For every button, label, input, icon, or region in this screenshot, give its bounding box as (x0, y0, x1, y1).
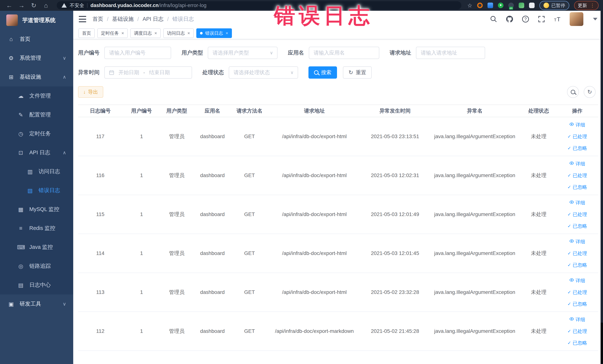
select-chevron-icon: ∨ (290, 70, 294, 75)
address-bar[interactable]: 不安全 dashboard.yudao.iocoder.cn/infra/log… (57, 1, 461, 10)
action-ignored[interactable]: ✓已忽略 (568, 340, 587, 346)
collapse-sidebar-icon[interactable] (79, 16, 86, 22)
export-button[interactable]: ↓ 导出 (78, 86, 103, 98)
action-processed[interactable]: ✓已处理 (568, 328, 587, 335)
action-detail[interactable]: 详细 (569, 277, 585, 284)
bookmark-star-icon[interactable]: ☆ (467, 2, 472, 9)
sidebar-item-label: 链路追踪 (29, 262, 51, 270)
tab-close-icon[interactable]: × (121, 31, 124, 36)
action-ignored[interactable]: ✓已忽略 (568, 145, 587, 152)
sidebar-item-9[interactable]: ▦MySQL 监控 (0, 200, 73, 219)
breadcrumb-item-1[interactable]: 基础设施 (112, 15, 134, 23)
action-processed[interactable]: ✓已处理 (568, 211, 587, 218)
trace-icon: ◎ (17, 263, 24, 270)
emoji-face-icon (544, 3, 549, 8)
sidebar-item-5[interactable]: ◷定时任务 (0, 124, 73, 143)
tab-close-icon[interactable]: × (226, 31, 228, 36)
search-button[interactable]: 搜索 (308, 66, 337, 79)
extension-check-icon[interactable] (498, 3, 503, 8)
tab-label: 错误日志 (205, 30, 223, 36)
user-menu-caret-icon[interactable] (593, 18, 597, 20)
refresh-table-button[interactable]: ↻ (584, 86, 596, 98)
date-end-placeholder[interactable]: 结束日期 (149, 69, 170, 76)
extension-orange-icon[interactable] (477, 3, 483, 8)
sidebar-item-7[interactable]: ▥访问日志 (0, 162, 73, 181)
sidebar-item-13[interactable]: ▤日志中心 (0, 276, 73, 294)
reload-icon[interactable]: ↻ (29, 0, 39, 11)
forward-icon[interactable]: → (17, 0, 26, 11)
action-processed[interactable]: ✓已处理 (568, 133, 587, 140)
sidebar-item-8[interactable]: ▧错误日志 (0, 181, 73, 200)
breadcrumb-item-3: 错误日志 (172, 15, 194, 23)
column-header-2: 用户类型 (161, 107, 193, 114)
help-icon[interactable]: ? (522, 15, 529, 23)
browser-update-button[interactable]: 更新 ⋮ (574, 1, 599, 10)
action-detail[interactable]: 详细 (569, 238, 585, 245)
sidebar-item-4[interactable]: ✎配置管理 (0, 105, 73, 124)
action-detail[interactable]: 详细 (569, 122, 585, 128)
sidebar-item-14[interactable]: ▣研发工具∨ (0, 294, 73, 313)
action-ignored[interactable]: ✓已忽略 (568, 223, 587, 229)
cell-user_type: 管理员 (161, 328, 193, 335)
action-ignored[interactable]: ✓已忽略 (568, 301, 587, 307)
user-no-input[interactable] (104, 47, 171, 59)
browser-menu-icon[interactable]: ⋮ (590, 3, 595, 8)
tab-3[interactable]: 访问日志× (163, 28, 194, 38)
sidebar-logo[interactable]: 芋道管理系统 (0, 11, 73, 30)
sidebar-item-12[interactable]: ◎链路追踪 (0, 257, 73, 276)
date-range-picker[interactable]: 开始日期 - 结束日期 (104, 66, 192, 79)
tab-2[interactable]: 调度日志× (130, 28, 161, 38)
tab-4[interactable]: 错误日志× (196, 28, 232, 38)
breadcrumb-item-2[interactable]: API 日志 (142, 15, 163, 23)
extension-shield-icon[interactable] (487, 3, 493, 8)
action-detail[interactable]: 详细 (569, 200, 585, 206)
action-detail[interactable]: 详细 (569, 161, 585, 167)
app-name-input[interactable] (309, 47, 379, 59)
sidebar-item-11[interactable]: ⌨Java 监控 (0, 238, 73, 257)
back-icon[interactable]: ← (4, 0, 14, 11)
calendar-icon (109, 70, 114, 75)
reset-button[interactable]: ↻ 重置 (343, 66, 372, 79)
breadcrumb-item-0[interactable]: 首页 (93, 15, 103, 23)
action-ignored[interactable]: ✓已忽略 (568, 262, 587, 268)
cell-time: 2021-05-02 23:32:28 (362, 289, 428, 295)
font-size-icon[interactable]: TT (554, 15, 561, 23)
user-avatar[interactable] (570, 12, 583, 26)
action-processed[interactable]: ✓已处理 (568, 289, 587, 295)
sidebar-item-0[interactable]: ⌂首页 (0, 30, 73, 48)
github-icon[interactable] (506, 15, 513, 23)
tab-close-icon[interactable]: × (187, 31, 190, 36)
extension-leaf-icon[interactable] (519, 3, 524, 8)
process-status-select[interactable]: 请选择处理状态 ∨ (229, 66, 298, 79)
sidebar-item-1[interactable]: ⚙系统管理∨ (0, 48, 73, 68)
search-icon[interactable] (490, 15, 497, 23)
user-type-select[interactable]: 请选择用户类型 ∨ (208, 47, 278, 59)
sidebar-item-3[interactable]: ☁文件管理 (0, 86, 73, 105)
sidebar-item-6[interactable]: ⊡API 日志∧ (0, 143, 73, 162)
filter-row-2: 异常时间 开始日期 - 结束日期 处理状态 请选择处理状态 ∨ (78, 66, 598, 79)
tab-0[interactable]: 首页 (78, 28, 95, 38)
tab-1[interactable]: 定时任务× (97, 28, 128, 38)
home-icon[interactable]: ⌂ (41, 0, 51, 11)
date-start-placeholder[interactable]: 开始日期 (118, 69, 139, 76)
sidebar-item-10[interactable]: ≡Redis 监控 (0, 219, 73, 238)
request-url-input[interactable] (416, 47, 485, 59)
fullscreen-icon[interactable] (538, 15, 545, 23)
extension-grid-icon[interactable]: on (508, 3, 514, 8)
tab-close-icon[interactable]: × (154, 31, 157, 36)
log-center-icon: ▤ (17, 282, 24, 288)
paused-badge[interactable]: 已暂停 (539, 1, 569, 10)
action-processed[interactable]: ✓已处理 (568, 172, 587, 179)
extension-puzzle-icon[interactable] (529, 3, 534, 8)
scrollbar-thumb[interactable] (601, 323, 603, 364)
toggle-search-button[interactable] (567, 86, 579, 98)
action-detail[interactable]: 详细 (569, 316, 585, 323)
table-body: 1171管理员dashboardGET/api/infra/db-doc/exp… (78, 117, 598, 351)
page-scrollbar[interactable] (601, 11, 603, 364)
action-processed[interactable]: ✓已处理 (568, 250, 587, 257)
sidebar-item-2[interactable]: ⊞基础设施∧ (0, 68, 73, 86)
action-ignored[interactable]: ✓已忽略 (568, 184, 587, 190)
gear-icon: ⚙ (7, 55, 15, 61)
filter-user-type-label: 用户类型 (182, 49, 203, 57)
security-label[interactable]: 不安全 (70, 2, 84, 9)
